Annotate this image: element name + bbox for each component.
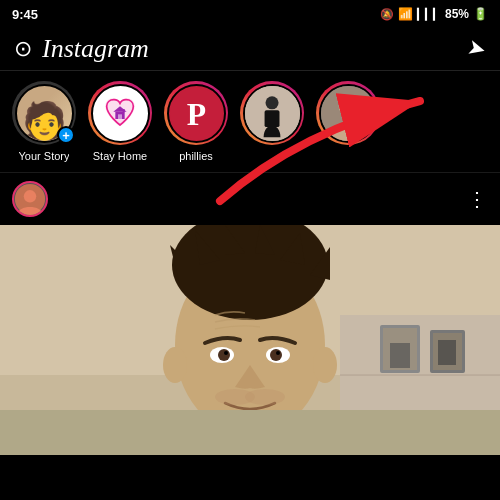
post-image bbox=[0, 225, 500, 455]
story-phillies[interactable]: P phillies bbox=[164, 81, 228, 162]
svg-point-13 bbox=[24, 190, 36, 202]
phillies-wrapper: P bbox=[164, 81, 228, 145]
svg-rect-42 bbox=[438, 340, 456, 365]
person4-wrapper bbox=[240, 81, 304, 145]
story-stay-home-label: Stay Home bbox=[93, 150, 147, 162]
wifi-icon: 📶 bbox=[398, 7, 413, 21]
svg-point-11 bbox=[338, 97, 357, 116]
signal-bars: ▎▎▎ bbox=[417, 8, 441, 21]
notification-icon: 🔕 bbox=[380, 8, 394, 21]
status-icons: 🔕 📶 ▎▎▎ 85% 🔋 bbox=[380, 7, 488, 21]
header-left: ⊙ Instagram bbox=[14, 34, 149, 64]
story-stay-home[interactable]: Stay Home bbox=[88, 81, 152, 162]
camera-icon[interactable]: ⊙ bbox=[14, 36, 32, 62]
svg-point-32 bbox=[313, 347, 337, 383]
stories-row: 🧑 + Your Story bbox=[0, 71, 500, 173]
stay-home-avatar bbox=[91, 84, 150, 143]
direct-message-icon[interactable]: ➤ bbox=[465, 34, 489, 64]
story-person5[interactable] bbox=[316, 81, 380, 162]
story-your-story[interactable]: 🧑 + Your Story bbox=[12, 81, 76, 162]
post-header: ⋮ bbox=[0, 173, 500, 225]
person4-avatar bbox=[243, 84, 302, 143]
person5-avatar bbox=[319, 84, 378, 143]
phillies-avatar: P bbox=[167, 84, 226, 143]
person5-ring bbox=[316, 81, 380, 145]
post-avatar[interactable] bbox=[12, 181, 48, 217]
story-person4[interactable] bbox=[240, 81, 304, 162]
svg-rect-4 bbox=[123, 109, 125, 112]
svg-rect-41 bbox=[390, 343, 410, 368]
battery-level: 85% bbox=[445, 7, 469, 21]
app-logo: Instagram bbox=[42, 34, 149, 64]
status-bar: 9:45 🔕 📶 ▎▎▎ 85% 🔋 bbox=[0, 0, 500, 28]
story-your-story-label: Your Story bbox=[19, 150, 70, 162]
svg-point-31 bbox=[163, 347, 187, 383]
app-header: ⊙ Instagram ➤ bbox=[0, 28, 500, 71]
story-phillies-label: phillies bbox=[179, 150, 213, 162]
svg-point-29 bbox=[270, 349, 282, 361]
stories-section: 🧑 + Your Story bbox=[0, 71, 500, 455]
battery-icon: 🔋 bbox=[473, 7, 488, 21]
post-options-button[interactable]: ⋮ bbox=[467, 187, 488, 211]
svg-point-8 bbox=[265, 96, 278, 109]
svg-point-34 bbox=[245, 389, 285, 405]
svg-point-27 bbox=[224, 351, 228, 355]
svg-text:P: P bbox=[186, 97, 205, 132]
phillies-ring: P bbox=[164, 81, 228, 145]
stay-home-wrapper bbox=[88, 81, 152, 145]
stay-home-ring bbox=[88, 81, 152, 145]
svg-point-26 bbox=[218, 349, 230, 361]
add-story-badge[interactable]: + bbox=[57, 126, 75, 144]
svg-rect-3 bbox=[118, 114, 122, 119]
post-user bbox=[12, 181, 48, 217]
svg-rect-9 bbox=[264, 110, 279, 127]
svg-rect-43 bbox=[0, 410, 500, 455]
status-time: 9:45 bbox=[12, 7, 38, 22]
person4-ring bbox=[240, 81, 304, 145]
your-story-wrapper: 🧑 + bbox=[12, 81, 76, 145]
svg-point-30 bbox=[276, 351, 280, 355]
